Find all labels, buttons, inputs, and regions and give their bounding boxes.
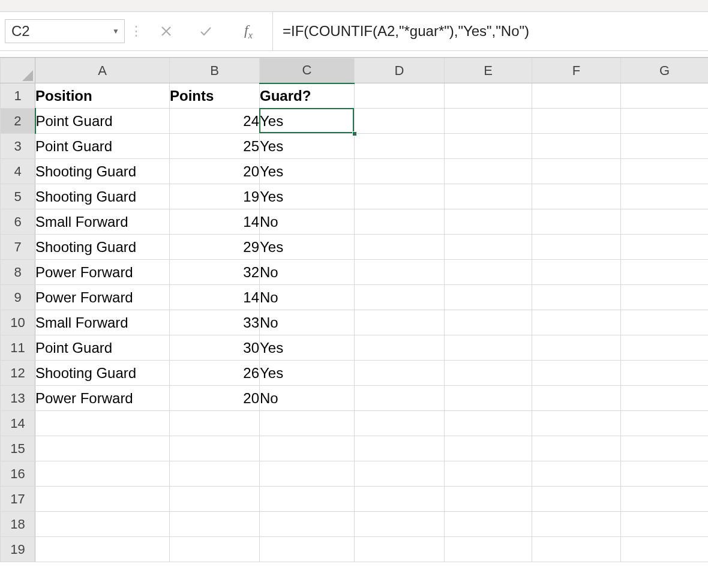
row-header-11[interactable]: 11 bbox=[1, 335, 35, 361]
cell-D4[interactable] bbox=[355, 159, 445, 184]
cell-B4[interactable]: 20 bbox=[170, 159, 260, 184]
cell-C14[interactable] bbox=[260, 411, 355, 436]
cell-G2[interactable] bbox=[621, 109, 709, 134]
cell-A7[interactable]: Shooting Guard bbox=[35, 235, 170, 260]
cell-F4[interactable] bbox=[532, 159, 621, 184]
cell-E3[interactable] bbox=[445, 134, 532, 159]
cell-C17[interactable] bbox=[260, 487, 355, 512]
cell-E6[interactable] bbox=[445, 209, 532, 235]
cell-G5[interactable] bbox=[621, 184, 709, 209]
cell-C12[interactable]: Yes bbox=[260, 361, 355, 386]
cell-C6[interactable]: No bbox=[260, 209, 355, 235]
cell-A6[interactable]: Small Forward bbox=[35, 209, 170, 235]
column-header-E[interactable]: E bbox=[445, 58, 532, 83]
cell-A8[interactable]: Power Forward bbox=[35, 260, 170, 285]
cell-E17[interactable] bbox=[445, 487, 532, 512]
row-header-14[interactable]: 14 bbox=[1, 411, 35, 436]
cell-E7[interactable] bbox=[445, 235, 532, 260]
row-header-18[interactable]: 18 bbox=[1, 512, 35, 537]
cell-E16[interactable] bbox=[445, 461, 532, 487]
cell-C4[interactable]: Yes bbox=[260, 159, 355, 184]
name-box-dropdown-icon[interactable]: ▼ bbox=[112, 27, 119, 35]
cell-C2[interactable]: Yes bbox=[260, 109, 355, 134]
cell-C8[interactable]: No bbox=[260, 260, 355, 285]
row-header-9[interactable]: 9 bbox=[1, 285, 35, 310]
row-header-4[interactable]: 4 bbox=[1, 159, 35, 184]
cell-A12[interactable]: Shooting Guard bbox=[35, 361, 170, 386]
enter-icon[interactable] bbox=[197, 22, 215, 40]
cell-F13[interactable] bbox=[532, 386, 621, 411]
cell-F11[interactable] bbox=[532, 335, 621, 361]
cell-B11[interactable]: 30 bbox=[170, 335, 260, 361]
cell-B8[interactable]: 32 bbox=[170, 260, 260, 285]
row-header-19[interactable]: 19 bbox=[1, 537, 35, 562]
cell-B17[interactable] bbox=[170, 487, 260, 512]
cell-A4[interactable]: Shooting Guard bbox=[35, 159, 170, 184]
cell-E4[interactable] bbox=[445, 159, 532, 184]
cell-A17[interactable] bbox=[35, 487, 170, 512]
cell-C10[interactable]: No bbox=[260, 310, 355, 335]
cell-A11[interactable]: Point Guard bbox=[35, 335, 170, 361]
cell-F16[interactable] bbox=[532, 461, 621, 487]
cell-A5[interactable]: Shooting Guard bbox=[35, 184, 170, 209]
cell-A1[interactable]: Position bbox=[35, 83, 170, 109]
cell-C18[interactable] bbox=[260, 512, 355, 537]
cell-D16[interactable] bbox=[355, 461, 445, 487]
cell-G4[interactable] bbox=[621, 159, 709, 184]
cell-G9[interactable] bbox=[621, 285, 709, 310]
cell-C13[interactable]: No bbox=[260, 386, 355, 411]
cell-A3[interactable]: Point Guard bbox=[35, 134, 170, 159]
cell-E8[interactable] bbox=[445, 260, 532, 285]
cell-F3[interactable] bbox=[532, 134, 621, 159]
cell-F9[interactable] bbox=[532, 285, 621, 310]
cell-G8[interactable] bbox=[621, 260, 709, 285]
cell-B18[interactable] bbox=[170, 512, 260, 537]
cell-C7[interactable]: Yes bbox=[260, 235, 355, 260]
cell-G15[interactable] bbox=[621, 436, 709, 461]
cell-F1[interactable] bbox=[532, 83, 621, 109]
name-box[interactable]: C2 ▼ bbox=[5, 19, 125, 43]
cell-B7[interactable]: 29 bbox=[170, 235, 260, 260]
cell-C11[interactable]: Yes bbox=[260, 335, 355, 361]
cell-G12[interactable] bbox=[621, 361, 709, 386]
cell-B16[interactable] bbox=[170, 461, 260, 487]
formula-input[interactable] bbox=[281, 22, 708, 40]
cell-B2[interactable]: 24 bbox=[170, 109, 260, 134]
row-header-2[interactable]: 2 bbox=[1, 109, 35, 134]
cell-C15[interactable] bbox=[260, 436, 355, 461]
cell-F5[interactable] bbox=[532, 184, 621, 209]
row-header-16[interactable]: 16 bbox=[1, 461, 35, 487]
row-header-10[interactable]: 10 bbox=[1, 310, 35, 335]
column-header-G[interactable]: G bbox=[621, 58, 709, 83]
cell-A19[interactable] bbox=[35, 537, 170, 562]
cell-C19[interactable] bbox=[260, 537, 355, 562]
cell-B10[interactable]: 33 bbox=[170, 310, 260, 335]
cell-C5[interactable]: Yes bbox=[260, 184, 355, 209]
cell-B1[interactable]: Points bbox=[170, 83, 260, 109]
cell-G6[interactable] bbox=[621, 209, 709, 235]
cell-G16[interactable] bbox=[621, 461, 709, 487]
cell-D5[interactable] bbox=[355, 184, 445, 209]
cell-F12[interactable] bbox=[532, 361, 621, 386]
cell-F2[interactable] bbox=[532, 109, 621, 134]
cell-B5[interactable]: 19 bbox=[170, 184, 260, 209]
cell-E15[interactable] bbox=[445, 436, 532, 461]
column-header-C[interactable]: C bbox=[260, 58, 355, 83]
fx-icon[interactable]: fx bbox=[236, 22, 260, 41]
cell-E1[interactable] bbox=[445, 83, 532, 109]
column-header-D[interactable]: D bbox=[355, 58, 445, 83]
cell-D10[interactable] bbox=[355, 310, 445, 335]
row-header-8[interactable]: 8 bbox=[1, 260, 35, 285]
cell-C16[interactable] bbox=[260, 461, 355, 487]
cell-D19[interactable] bbox=[355, 537, 445, 562]
cell-F17[interactable] bbox=[532, 487, 621, 512]
cell-D14[interactable] bbox=[355, 411, 445, 436]
cell-D2[interactable] bbox=[355, 109, 445, 134]
cell-A10[interactable]: Small Forward bbox=[35, 310, 170, 335]
cell-G1[interactable] bbox=[621, 83, 709, 109]
column-header-B[interactable]: B bbox=[170, 58, 260, 83]
cell-C3[interactable]: Yes bbox=[260, 134, 355, 159]
cell-A14[interactable] bbox=[35, 411, 170, 436]
cell-E18[interactable] bbox=[445, 512, 532, 537]
cell-E14[interactable] bbox=[445, 411, 532, 436]
